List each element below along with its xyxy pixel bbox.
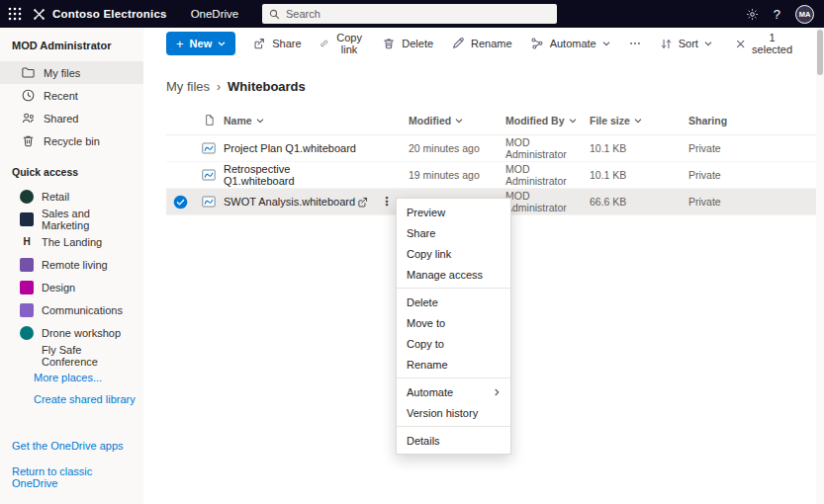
get-onedrive-apps-link[interactable]: Get the OneDrive apps <box>0 433 143 459</box>
chevron-down-icon <box>602 40 610 47</box>
recycle-bin-icon <box>20 133 36 149</box>
rename-command[interactable]: Rename <box>442 31 521 56</box>
sidebar-quick-access-item[interactable]: Sales and Marketing <box>0 208 143 230</box>
file-name-cell: SWOT Analysis.whiteboard ⋮ <box>224 195 409 209</box>
context-menu-item-label: Copy to <box>407 338 444 350</box>
context-menu-item-label: Preview <box>407 207 445 218</box>
copy-link-command[interactable]: Copy link <box>311 31 374 56</box>
modified-by-cell: MOD Administrator <box>505 136 590 160</box>
sidebar-item-label: Recycle bin <box>44 135 100 147</box>
file-name: Retrospective Q1.whiteboard <box>224 163 356 187</box>
command-bar: + New Share Copy link <box>143 28 824 59</box>
column-header-modified-by[interactable]: Modified By <box>505 115 590 126</box>
chevron-down-icon <box>455 117 463 125</box>
dismiss-icon <box>736 39 745 49</box>
context-menu-item[interactable]: Automate <box>397 381 510 402</box>
clear-selection-button[interactable]: 1 selected <box>727 31 802 56</box>
sidebar-footer: Get the OneDrive apps Return to classic … <box>0 433 143 504</box>
file-name: SWOT Analysis.whiteboard <box>224 196 355 208</box>
sharing-cell: Private <box>688 142 824 154</box>
search-icon <box>269 9 280 20</box>
sidebar-item-label: Communications <box>42 304 123 316</box>
column-header-name[interactable]: Name <box>224 115 409 126</box>
account-avatar[interactable]: MA <box>795 5 814 24</box>
sidebar-quick-access-item[interactable]: Retail <box>0 185 143 208</box>
file-row[interactable]: Project Plan Q1.whiteboard ⋮ <box>166 135 824 162</box>
context-menu-item[interactable]: Copy link <box>397 243 510 264</box>
modified-cell: 20 minutes ago <box>409 142 505 154</box>
sidebar-quick-access-item[interactable]: Drone workshop <box>0 321 143 344</box>
sidebar-quick-access-item[interactable]: Fly Safe Conference <box>0 344 143 367</box>
sidebar-item-shared[interactable]: Shared <box>0 107 143 129</box>
context-menu-item[interactable]: Delete <box>397 292 510 312</box>
select-all-icon[interactable] <box>194 114 224 126</box>
column-header-file-size[interactable]: File size <box>590 115 688 126</box>
sidebar-item-label: Design <box>42 282 75 294</box>
link-icon <box>320 37 328 50</box>
app-launcher-button[interactable] <box>0 0 30 28</box>
search-box[interactable] <box>262 4 557 24</box>
context-menu-item-label: Automate <box>407 386 453 398</box>
selection-count-label: 1 selected <box>751 32 793 55</box>
sort-icon <box>660 38 673 50</box>
file-size-cell: 10.1 KB <box>590 142 688 154</box>
modified-cell: 19 minutes ago <box>409 169 505 181</box>
share-file-icon[interactable] <box>356 196 369 209</box>
breadcrumb-my-files[interactable]: My files <box>166 79 210 94</box>
quick-access-list: Retail Sales and Marketing H The Landing <box>0 185 143 367</box>
menu-divider <box>397 288 510 289</box>
sidebar-item-label: Retail <box>42 191 69 203</box>
context-menu-item[interactable]: Preview <box>397 202 510 222</box>
command-bar-right: Sort 1 selected <box>651 31 824 56</box>
delete-command[interactable]: Delete <box>373 31 442 56</box>
site-icon: H <box>20 235 34 249</box>
table-header-row: Name Modified Modified By File size <box>166 106 824 135</box>
sidebar-quick-access-item[interactable]: Design <box>0 276 143 298</box>
search-input[interactable] <box>286 8 550 20</box>
file-row[interactable]: Retrospective Q1.whiteboard ⋮ <box>166 162 824 189</box>
sidebar-quick-access-item[interactable]: Communications <box>0 298 143 321</box>
create-shared-library-link[interactable]: Create shared library <box>0 388 143 410</box>
scrollbar-thumb[interactable] <box>817 30 823 75</box>
file-size-cell: 10.1 KB <box>590 169 688 181</box>
sidebar-item-recycle-bin[interactable]: Recycle bin <box>0 129 143 152</box>
context-menu-item[interactable]: Details <box>397 430 510 451</box>
topbar-actions: ? MA <box>746 5 824 24</box>
context-menu-item[interactable]: Copy to <box>397 333 510 354</box>
automate-icon <box>530 37 544 50</box>
whiteboard-file-icon <box>194 167 224 183</box>
automate-command[interactable]: Automate <box>521 31 619 56</box>
file-size-cell: 66.6 KB <box>590 196 688 208</box>
sidebar-quick-access-item[interactable]: H The Landing <box>0 230 143 253</box>
brand-name[interactable]: Contoso Electronics <box>52 8 167 20</box>
share-command[interactable]: Share <box>243 31 310 56</box>
sidebar-quick-access-item[interactable]: Remote living <box>0 253 143 276</box>
quick-access-heading: Quick access <box>0 152 143 185</box>
folder-icon <box>20 65 36 81</box>
sidebar-item-label: Drone workshop <box>42 327 121 339</box>
app-name-onedrive[interactable]: OneDrive <box>191 8 239 20</box>
sidebar-item-recent[interactable]: Recent <box>0 84 143 107</box>
more-actions-icon[interactable]: ⋮ <box>381 195 393 209</box>
context-menu-item-label: Share <box>407 227 435 239</box>
column-header-modified[interactable]: Modified <box>409 115 505 126</box>
new-button[interactable]: + New <box>166 32 235 55</box>
more-places-link[interactable]: More places... <box>0 367 143 388</box>
vertical-scrollbar[interactable] <box>816 28 824 504</box>
sidebar-item-my-files[interactable]: My files <box>0 61 143 84</box>
selection-checkbox[interactable] <box>166 195 194 210</box>
settings-button[interactable] <box>746 8 759 21</box>
context-menu-item[interactable]: Version history <box>397 402 510 423</box>
context-menu-item[interactable]: Rename <box>397 354 510 375</box>
context-menu-item[interactable]: Manage access <box>397 264 510 285</box>
file-context-menu: Preview Share Copy link <box>396 198 511 455</box>
help-button[interactable]: ? <box>774 7 780 22</box>
context-menu-item[interactable]: Move to <box>397 312 510 333</box>
column-header-sharing[interactable]: Sharing <box>688 115 824 126</box>
return-classic-link[interactable]: Return to classic OneDrive <box>0 459 143 496</box>
sort-button[interactable]: Sort <box>651 31 721 56</box>
context-menu-item-label: Details <box>407 435 440 447</box>
breadcrumb: My files › Whiteboards <box>166 79 824 94</box>
context-menu-item[interactable]: Share <box>397 222 510 243</box>
more-commands-button[interactable] <box>619 31 651 56</box>
